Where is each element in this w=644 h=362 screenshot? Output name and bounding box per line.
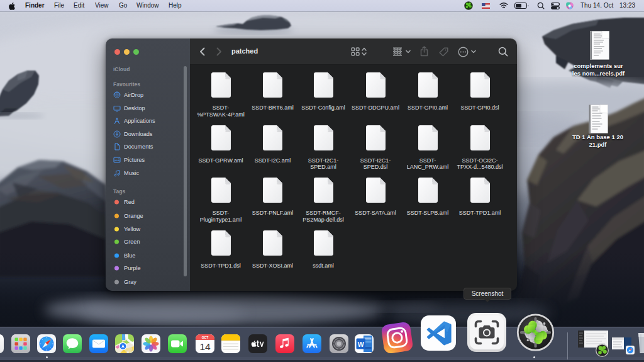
svg-text:OCT: OCT	[202, 336, 209, 339]
svg-text:14: 14	[199, 341, 211, 352]
svg-text:W: W	[358, 341, 364, 348]
